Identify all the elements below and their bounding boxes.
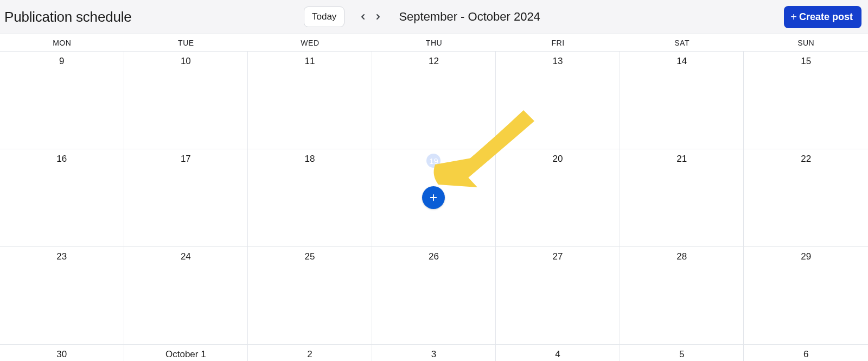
day-number: 10 bbox=[181, 56, 191, 66]
day-number: 28 bbox=[676, 251, 687, 262]
day-number: 3 bbox=[431, 349, 436, 359]
topbar: Publication schedule Today September - O… bbox=[0, 0, 868, 34]
calendar-day-cell[interactable]: 14 bbox=[620, 52, 744, 149]
day-number: 24 bbox=[181, 251, 191, 262]
day-number: 4 bbox=[555, 349, 560, 359]
calendar: MON TUE WED THU FRI SAT SUN 9 10 11 12 1… bbox=[0, 34, 868, 361]
add-post-button[interactable] bbox=[422, 186, 445, 209]
weekday-header: SAT bbox=[620, 34, 744, 51]
calendar-day-cell[interactable]: 15 bbox=[744, 52, 868, 149]
day-number: 23 bbox=[56, 251, 67, 262]
day-number: 9 bbox=[59, 56, 64, 66]
calendar-day-cell[interactable]: October 1 bbox=[124, 345, 248, 361]
prev-arrow-button[interactable] bbox=[356, 10, 369, 23]
day-number: 18 bbox=[304, 154, 315, 164]
calendar-day-cell[interactable]: 5 bbox=[620, 345, 744, 361]
day-number: 2 bbox=[307, 349, 312, 359]
day-number: 27 bbox=[553, 251, 563, 262]
day-number: 29 bbox=[801, 251, 811, 262]
create-post-button[interactable]: + Create post bbox=[784, 6, 861, 28]
day-number: 21 bbox=[676, 154, 687, 164]
calendar-week-row: 23 24 25 26 27 28 29 bbox=[0, 247, 868, 345]
calendar-day-cell[interactable]: 20 bbox=[496, 149, 620, 246]
calendar-day-cell[interactable]: 16 bbox=[0, 149, 124, 246]
calendar-week-row: 9 10 11 12 13 14 15 bbox=[0, 52, 868, 149]
calendar-day-cell[interactable]: 6 bbox=[744, 345, 868, 361]
create-post-label: Create post bbox=[799, 11, 853, 23]
chevron-right-icon bbox=[374, 12, 382, 21]
calendar-day-cell[interactable]: 26 bbox=[372, 247, 496, 344]
calendar-week-row: 16 17 18 19 20 21 22 bbox=[0, 149, 868, 247]
calendar-day-cell[interactable]: 18 bbox=[248, 149, 372, 246]
calendar-weeks: 9 10 11 12 13 14 15 16 17 18 19 20 21 22… bbox=[0, 52, 868, 361]
day-number: 5 bbox=[679, 349, 684, 359]
day-number: 14 bbox=[676, 56, 687, 66]
day-number: 25 bbox=[304, 251, 315, 262]
calendar-day-cell[interactable]: 27 bbox=[496, 247, 620, 344]
calendar-day-cell[interactable]: 24 bbox=[124, 247, 248, 344]
calendar-day-cell[interactable]: 19 bbox=[372, 149, 496, 246]
topbar-center: Today September - October 2024 bbox=[304, 7, 540, 27]
calendar-day-cell[interactable]: 23 bbox=[0, 247, 124, 344]
weekday-header: THU bbox=[372, 34, 496, 51]
today-button[interactable]: Today bbox=[304, 7, 344, 27]
calendar-day-cell[interactable]: 10 bbox=[124, 52, 248, 149]
calendar-day-cell[interactable]: 9 bbox=[0, 52, 124, 149]
nav-arrows bbox=[356, 10, 385, 23]
day-number: 20 bbox=[553, 154, 563, 164]
day-number: 16 bbox=[56, 154, 67, 164]
day-number: 17 bbox=[181, 154, 191, 164]
calendar-day-cell[interactable]: 30 bbox=[0, 345, 124, 361]
day-number: 26 bbox=[429, 251, 439, 262]
weekday-header: SUN bbox=[744, 34, 868, 51]
day-number: 30 bbox=[56, 349, 67, 359]
weekday-header: MON bbox=[0, 34, 124, 51]
day-number: 15 bbox=[801, 56, 811, 66]
weekday-header: FRI bbox=[496, 34, 620, 51]
day-number-highlighted: 19 bbox=[426, 154, 441, 168]
calendar-day-cell[interactable]: 12 bbox=[372, 52, 496, 149]
day-number: 22 bbox=[801, 154, 811, 164]
calendar-day-cell[interactable]: 13 bbox=[496, 52, 620, 149]
next-arrow-button[interactable] bbox=[372, 10, 385, 23]
page-title: Publication schedule bbox=[4, 9, 132, 26]
calendar-day-cell[interactable]: 17 bbox=[124, 149, 248, 246]
calendar-day-cell[interactable]: 29 bbox=[744, 247, 868, 344]
calendar-day-cell[interactable]: 2 bbox=[248, 345, 372, 361]
calendar-day-cell[interactable]: 21 bbox=[620, 149, 744, 246]
plus-icon: + bbox=[790, 11, 797, 22]
calendar-day-cell[interactable]: 4 bbox=[496, 345, 620, 361]
day-number: October 1 bbox=[165, 349, 206, 359]
calendar-week-row: 30 October 1 2 3 4 5 6 bbox=[0, 345, 868, 361]
day-number: 11 bbox=[304, 56, 315, 66]
weekday-header: TUE bbox=[124, 34, 248, 51]
day-number: 6 bbox=[803, 349, 808, 359]
day-number: 13 bbox=[553, 56, 563, 66]
day-number: 12 bbox=[429, 56, 439, 66]
chevron-left-icon bbox=[359, 12, 367, 21]
weekday-header: WED bbox=[248, 34, 372, 51]
calendar-day-cell[interactable]: 3 bbox=[372, 345, 496, 361]
date-range-label: September - October 2024 bbox=[399, 10, 540, 24]
weekday-header-row: MON TUE WED THU FRI SAT SUN bbox=[0, 34, 868, 52]
calendar-day-cell[interactable]: 25 bbox=[248, 247, 372, 344]
calendar-day-cell[interactable]: 22 bbox=[744, 149, 868, 246]
calendar-day-cell[interactable]: 28 bbox=[620, 247, 744, 344]
plus-icon bbox=[429, 193, 438, 202]
calendar-day-cell[interactable]: 11 bbox=[248, 52, 372, 149]
